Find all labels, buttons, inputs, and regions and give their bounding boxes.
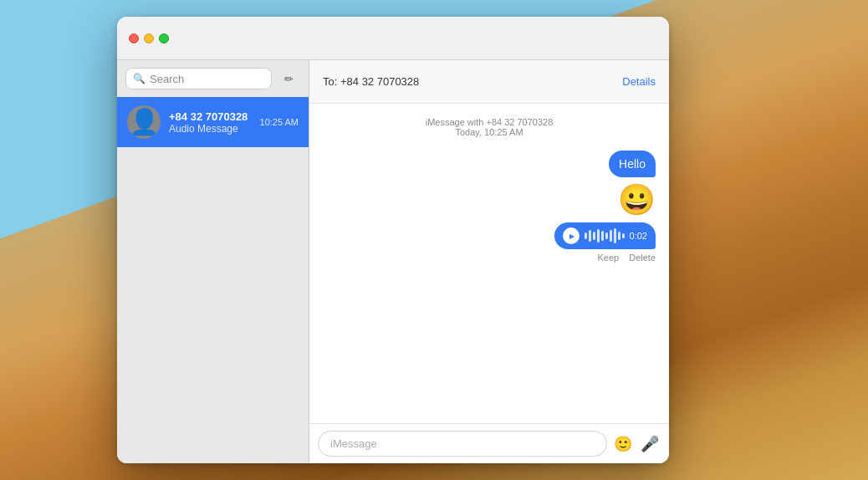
waveform-bar [618,232,620,240]
traffic-lights [117,33,179,43]
chat-header: To: +84 32 7070328 Details [309,60,669,104]
chat-body: iMessage with +84 32 7070328 Today, 10:2… [309,104,669,423]
avatar-icon: 👤 [129,110,160,135]
chat-to: To: +84 32 7070328 [323,75,419,88]
sidebar: 🔍 Search ✏ 👤 +84 32 7070328 Audio Messag… [117,60,309,463]
details-button[interactable]: Details [622,75,656,88]
audio-message-row: ▶ [323,222,656,249]
waveform-bar [614,228,616,243]
title-bar [117,17,669,60]
waveform-bar [622,233,625,238]
chat-meta-line1: iMessage with +84 32 7070328 [426,117,554,127]
waveform-bar [593,232,595,240]
compose-button[interactable]: ✏ [277,67,300,90]
conv-time: 10:25 AM [260,117,299,127]
avatar: 👤 [127,105,161,139]
to-label: To: [323,75,337,88]
main-content: 🔍 Search ✏ 👤 +84 32 7070328 Audio Messag… [117,60,669,463]
minimize-button[interactable] [144,33,154,43]
waveform-bar [589,230,591,242]
maximize-button[interactable] [159,33,169,43]
chat-meta: iMessage with +84 32 7070328 Today, 10:2… [426,117,554,137]
delete-label[interactable]: Delete [629,253,656,263]
audio-bubble[interactable]: ▶ [554,222,656,249]
hello-bubble: Hello [609,151,656,177]
waveform [585,227,625,244]
waveform-bar [585,232,587,239]
conversation-item[interactable]: 👤 +84 32 7070328 Audio Message 10:25 AM [117,97,309,147]
audio-record-button[interactable]: 🎤 [639,433,661,455]
conv-preview: Audio Message [169,123,252,135]
conv-info: +84 32 7070328 Audio Message [169,110,252,135]
close-button[interactable] [129,33,139,43]
play-button[interactable]: ▶ [563,227,580,244]
message-row-hello: Hello [323,151,656,177]
play-icon: ▶ [569,232,574,240]
keep-label[interactable]: Keep [598,253,620,263]
waveform-bar [597,229,600,243]
search-input[interactable]: Search [150,73,184,85]
audio-actions: Keep Delete [323,253,656,263]
messages-window: 🔍 Search ✏ 👤 +84 32 7070328 Audio Messag… [117,17,669,463]
waveform-bar [601,231,604,241]
message-input[interactable]: iMessage [318,431,607,457]
sidebar-empty [117,147,309,463]
chat-meta-line2: Today, 10:25 AM [426,127,554,137]
waveform-bar [605,232,608,239]
chat-area: To: +84 32 7070328 Details iMessage with… [309,60,669,463]
chat-input-area: iMessage 🙂 🎤 [309,423,669,463]
conv-name: +84 32 7070328 [169,110,252,123]
search-wrapper[interactable]: 🔍 Search [125,68,272,89]
waveform-bar [610,230,612,242]
search-bar: 🔍 Search ✏ [117,60,309,97]
chat-phone: +84 32 7070328 [340,75,419,88]
emoji-button[interactable]: 🙂 [612,433,634,455]
emoji-reaction: 😀 [323,182,656,217]
search-icon: 🔍 [133,73,146,84]
emoji-icon: 😀 [618,182,656,217]
audio-time: 0:02 [630,231,647,241]
